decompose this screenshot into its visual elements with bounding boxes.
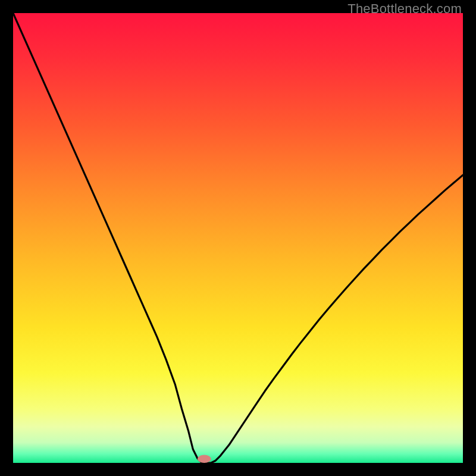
optimum-marker — [198, 455, 211, 463]
watermark-text: TheBottleneck.com — [347, 1, 462, 17]
bottleneck-curve — [13, 13, 463, 463]
plot-area — [13, 13, 463, 463]
chart-frame: TheBottleneck.com — [0, 0, 476, 476]
